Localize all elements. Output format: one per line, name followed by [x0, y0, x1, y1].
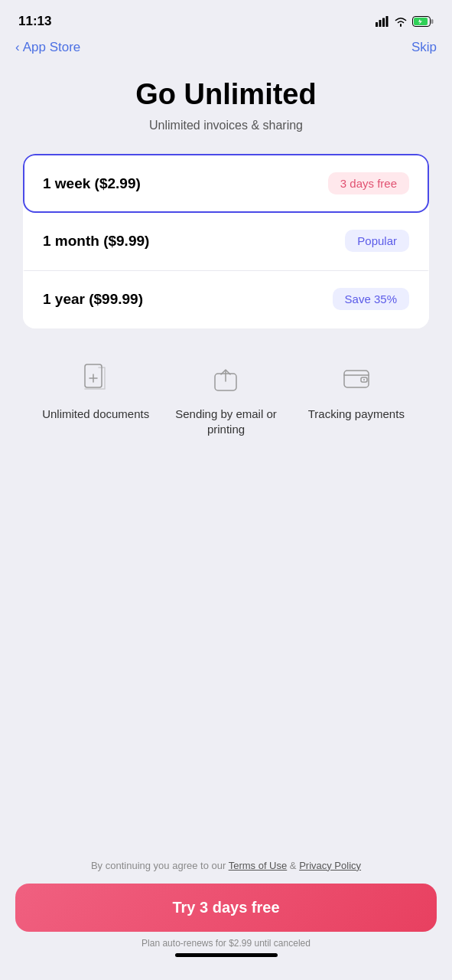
page-subtitle: Unlimited invoices & sharing: [23, 119, 429, 132]
footer-area: By continuing you agree to our Terms of …: [0, 851, 452, 981]
plan-weekly-label: 1 week ($2.99): [43, 175, 141, 192]
feature-unlimited-documents: Unlimited documents: [38, 359, 153, 436]
plan-yearly-label: 1 year ($99.99): [43, 291, 143, 308]
terms-separator: &: [287, 860, 299, 871]
battery-icon: [412, 16, 434, 27]
svg-rect-0: [376, 22, 378, 27]
back-chevron-icon: ‹: [15, 40, 20, 55]
status-time: 11:13: [18, 14, 51, 29]
features-section: Unlimited documents Sending by email or …: [23, 359, 429, 452]
feature-unlimited-documents-label: Unlimited documents: [42, 407, 149, 422]
feature-tracking-payments-label: Tracking payments: [308, 407, 405, 422]
document-plus-icon: [76, 359, 115, 397]
plan-monthly[interactable]: 1 month ($9.99) Popular: [23, 213, 429, 270]
nav-bar: ‹ App Store Skip: [0, 37, 452, 63]
plan-monthly-label: 1 month ($9.99): [43, 233, 149, 250]
back-button[interactable]: ‹ App Store: [15, 40, 80, 55]
feature-tracking-payments: Tracking payments: [299, 359, 414, 436]
wifi-icon: [394, 16, 408, 27]
terms-prefix: By continuing you agree to our: [91, 860, 229, 871]
svg-rect-3: [386, 16, 389, 27]
wallet-icon: [337, 359, 376, 397]
terms-text: By continuing you agree to our Terms of …: [15, 858, 437, 874]
skip-button[interactable]: Skip: [411, 40, 437, 55]
pricing-container: 1 week ($2.99) 3 days free 1 month ($9.9…: [23, 154, 429, 328]
status-icons: [376, 16, 434, 27]
svg-rect-5: [431, 19, 434, 24]
share-upload-icon: [206, 359, 245, 397]
feature-sending-email-label: Sending by email or printing: [168, 407, 283, 436]
plan-yearly-badge: Save 35%: [333, 288, 409, 310]
cta-button[interactable]: Try 3 days free: [15, 884, 437, 932]
main-content: Go Unlimited Unlimited invoices & sharin…: [0, 63, 452, 452]
plan-yearly[interactable]: 1 year ($99.99) Save 35%: [23, 270, 429, 328]
back-label: App Store: [23, 40, 81, 55]
svg-point-11: [363, 379, 365, 381]
svg-rect-2: [382, 18, 385, 28]
svg-rect-9: [344, 371, 369, 387]
page-title: Go Unlimited: [23, 78, 429, 111]
plan-monthly-badge: Popular: [345, 230, 409, 252]
privacy-policy-link[interactable]: Privacy Policy: [299, 860, 361, 871]
signal-icon: [376, 16, 389, 27]
status-bar: 11:13: [0, 0, 452, 37]
svg-rect-1: [379, 20, 382, 27]
feature-sending-email: Sending by email or printing: [168, 359, 283, 436]
terms-of-use-link[interactable]: Terms of Use: [229, 860, 288, 871]
plan-weekly[interactable]: 1 week ($2.99) 3 days free: [23, 154, 429, 213]
auto-renew-text: Plan auto-renews for $2.99 until cancele…: [15, 938, 437, 949]
plan-weekly-badge: 3 days free: [328, 172, 409, 194]
home-indicator: [175, 953, 278, 957]
